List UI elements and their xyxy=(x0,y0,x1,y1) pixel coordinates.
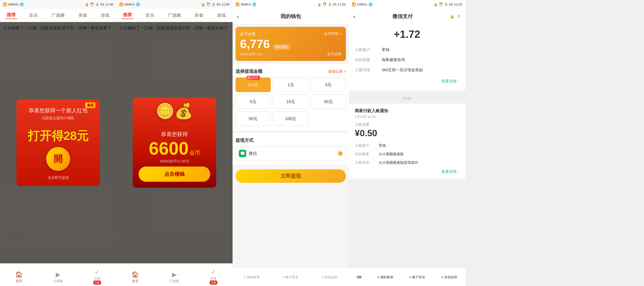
signal-strength-2: 📶 xyxy=(119,2,123,6)
wallet-bottom-other[interactable]: ≡ 其他起助 xyxy=(320,274,339,281)
status-left-1: 📶 694K/s 🌐 xyxy=(3,2,24,6)
notif-value-merchant: 火火视频极速版 xyxy=(379,152,459,156)
amount-btn-2[interactable]: 3元 xyxy=(311,77,346,92)
amount-btn-7[interactable]: 100元 xyxy=(273,111,308,126)
overlay-1[interactable]: 最高 恭喜您获得一个新人红包 仅限新注册用户领取 打开得28元 開 当天即可提现 xyxy=(0,22,116,263)
home-label-1: 首页 xyxy=(16,279,22,283)
re-top-1: 最高 恭喜您获得一个新人红包 仅限新注册用户领取 xyxy=(16,99,100,125)
bottom-tab-home-2[interactable]: 🏠 首页 xyxy=(132,271,139,283)
wifi-icon-4: 🌐 xyxy=(368,2,372,6)
transaction-1-details: 入账账户 零钱 付款商家 海豚健康咨询 入账详情 360互助一瓜分现金奖励 查看… xyxy=(349,42,465,90)
wechat-method-name: 微信 xyxy=(249,151,338,156)
status-left-2: 📶 694K/s 🌐 xyxy=(119,2,140,6)
status-right-1: 🔒 ⏰ 🔋 93 11:50 xyxy=(85,2,113,6)
wechat-bottom-bar: ⌨ ≡ 我的账单 ≡ 账户安全 ≡ 其他起助 xyxy=(349,268,465,286)
re-open-btn-1[interactable]: 開 xyxy=(46,147,70,171)
withdraw-section: 选择提现金额 提现记录 > 新人专享 0.5元 1元 3元 5元 15元 30元… xyxy=(232,64,349,130)
tab-dance-1[interactable]: 广场舞 xyxy=(50,12,66,18)
withdraw-btn[interactable]: 立即提现 xyxy=(236,169,346,183)
wallet-bottom-bill[interactable]: ≡ 我的账单 xyxy=(242,274,262,281)
amount-btn-0[interactable]: 新人专享 0.5元 xyxy=(236,77,271,92)
wallet-header: ‹ 我的钱包 xyxy=(232,9,349,24)
status-right-4: 🔒 ⏰ 🔋 93 11:53 xyxy=(434,2,462,6)
signal-speed-4: 536K/s xyxy=(357,2,367,6)
amount-btn-5[interactable]: 30元 xyxy=(311,94,346,109)
method-item-wechat[interactable]: 💬 微信 ✓ xyxy=(236,146,346,160)
detail-label-account-1: 入账账户 xyxy=(355,47,382,52)
transaction-1-amount: +1.72 xyxy=(349,24,465,42)
bottom-tab-video-1[interactable]: ▶ 小视频 xyxy=(53,271,63,283)
signal-strength-1: 📶 xyxy=(3,2,7,6)
wechat-keyboard-icon[interactable]: ⌨ xyxy=(357,275,362,279)
notification-block: 商家付款入账通知 2月12日 11:52 入账金额 ¥0.50 入账账户 零钱 … xyxy=(349,103,465,179)
wechat-bottom-security[interactable]: ≡ 账户安全 xyxy=(409,275,425,280)
time-display-1: 11:50 xyxy=(105,2,113,6)
gold-explain-link[interactable]: 金币说明 xyxy=(327,52,342,56)
bottom-bar-2: 🏠 首页 ▶ 小视频 ✓ 任务 任务 xyxy=(116,268,232,286)
amount-btn-6[interactable]: 50元 xyxy=(236,111,271,126)
record-link[interactable]: 提现记录 > xyxy=(328,69,346,74)
amount-btn-3[interactable]: 5元 xyxy=(236,94,271,109)
wifi-icon-1: 🌐 xyxy=(20,2,24,6)
status-right-3: 🔒 ⏰ 🔋 93 11:52 xyxy=(318,2,346,6)
tab-dance-2[interactable]: 广场舞 xyxy=(166,12,182,18)
video-icon-1: ▶ xyxy=(56,271,60,278)
tab-food-1[interactable]: 美食 xyxy=(77,12,89,18)
wechat-method-icon: 💬 xyxy=(239,150,246,157)
status-bar-3: 📶 584K/s 🌐 🔒 ⏰ 🔋 93 11:52 xyxy=(232,0,349,9)
re-footer-1: 当天即可提现 xyxy=(16,174,100,180)
coins-area: 🪙💰 xyxy=(133,98,216,129)
wallet-gold-card: 金币余额 6,776 约0.68元 10000金币=1元 金币明细 > 金币说明 xyxy=(236,27,346,61)
re-congrats-2: 恭喜您获得 xyxy=(133,131,216,138)
wechat-back-btn[interactable]: ‹ xyxy=(353,13,355,20)
tab-food-2[interactable]: 美食 xyxy=(193,12,205,18)
signal-speed-3: 584K/s xyxy=(241,2,251,6)
transaction-1-block: +1.72 入账账户 零钱 付款商家 海豚健康咨询 入账详情 360互助一瓜分现… xyxy=(349,24,465,90)
notif-value-account: 零钱 xyxy=(379,143,459,148)
wallet-bottom-bar: ≡ 我的账单 ≡ 账户安全 ≡ 其他起助 xyxy=(232,268,349,286)
gold-detail-link[interactable]: 金币明细 > xyxy=(324,31,342,36)
overlay-2[interactable]: 🪙💰 恭喜您获得 6600 金币 10000金币=1.00元 点击领钱 xyxy=(116,22,232,263)
red-envelope-card-1[interactable]: 最高 恭喜您获得一个新人红包 仅限新注册用户领取 打开得28元 開 当天即可提现 xyxy=(16,99,100,186)
tab-game-2[interactable]: 游戏 xyxy=(216,12,227,18)
bottom-tab-task-1[interactable]: ✓ 任务 任务 xyxy=(93,269,101,286)
wechat-pay-title: 微信支付 xyxy=(392,13,413,20)
see-detail-btn-1[interactable]: 查看详情 › xyxy=(441,77,459,85)
detail-row-account-1: 入账账户 零钱 xyxy=(355,45,459,55)
tab-recommend-1[interactable]: 推荐 xyxy=(5,12,17,19)
re-claim-btn-2[interactable]: 点击领钱 xyxy=(139,167,210,182)
tab-music-2[interactable]: 音乐 xyxy=(144,12,156,18)
status-bar-2: 📶 694K/s 🌐 🔒 ⏰ 🔋 93 11:50 xyxy=(116,0,232,9)
method-check-icon: ✓ xyxy=(338,151,342,156)
wallet-back-btn[interactable]: ‹ xyxy=(237,13,239,20)
see-detail-btn-2[interactable]: 查看详情 › xyxy=(355,169,459,174)
tab-music-1[interactable]: 音乐 xyxy=(28,12,40,18)
tab-recommend-2[interactable]: 推荐 xyxy=(122,12,134,19)
amount-btn-4[interactable]: 15元 xyxy=(273,94,308,109)
bottom-tab-home-1[interactable]: 🏠 首页 xyxy=(15,271,23,283)
amount-btn-1[interactable]: 1元 xyxy=(273,77,308,92)
task-badge-2: 任务 xyxy=(210,281,217,285)
withdraw-section-title: 选择提现金额 xyxy=(236,68,262,74)
notif-amount: ¥0.50 xyxy=(355,128,459,138)
clock-icon-1: ⏰ xyxy=(90,2,94,6)
wechat-header: ‹ 微信支付 🔒 ⚙ xyxy=(349,9,465,24)
see-detail-row-1: 查看详情 › xyxy=(355,75,459,87)
wallet-bottom-security[interactable]: ≡ 账户安全 xyxy=(281,274,300,281)
bottom-tab-video-2[interactable]: ▶ 小视频 xyxy=(169,271,179,283)
notif-label-info: 入账详情 xyxy=(355,160,379,165)
task-icon-2: ✓ xyxy=(211,269,216,276)
wechat-bottom-bill[interactable]: ≡ 我的账单 xyxy=(378,275,394,280)
panel-3-wallet: 📶 584K/s 🌐 🔒 ⏰ 🔋 93 11:52 ‹ 我的钱包 金币余额 6,… xyxy=(232,0,349,286)
tab-game-1[interactable]: 游戏 xyxy=(99,12,111,18)
video-label-1: 小视频 xyxy=(53,279,63,283)
gold-amount: 6,776 xyxy=(240,38,270,50)
detail-label-info-1: 入账详情 xyxy=(355,67,382,72)
wechat-settings-icon[interactable]: ⚙ xyxy=(457,14,461,18)
notif-label-account: 入账账户 xyxy=(355,143,379,148)
re-opened-card-2[interactable]: 🪙💰 恭喜您获得 6600 金币 10000金币=1.00元 点击领钱 xyxy=(133,98,216,188)
bottom-tab-task-2[interactable]: ✓ 任务 任务 xyxy=(210,269,217,286)
wechat-bottom-other[interactable]: ≡ 其他起助 xyxy=(441,275,457,280)
withdraw-btn-area: 立即提现 xyxy=(232,165,349,187)
re-amount-row: 6600 金币 xyxy=(133,139,216,157)
